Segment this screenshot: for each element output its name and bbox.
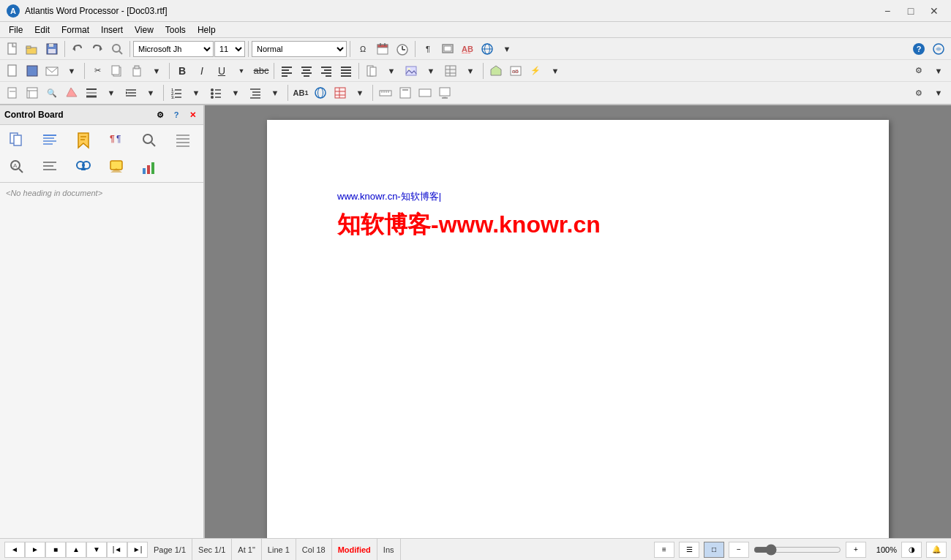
open-button[interactable] <box>23 40 42 58</box>
format-button[interactable]: abcd <box>506 62 525 80</box>
document-line-1[interactable]: www.knowr.cn-知软博客| <box>337 190 819 203</box>
menu-insert[interactable]: Insert <box>95 23 129 37</box>
edit-btn3[interactable] <box>23 84 42 102</box>
settings-icon[interactable]: ⚙ <box>154 108 167 121</box>
outline-btn[interactable] <box>246 84 265 102</box>
sidebar-binoculars-btn[interactable] <box>69 154 97 179</box>
view-normal-btn[interactable]: ≡ <box>654 542 674 558</box>
menu-edit[interactable]: Edit <box>29 23 56 37</box>
sidebar-styles-btn[interactable]: ¶¶ <box>102 128 130 153</box>
settings-btn3[interactable]: ⚙ <box>909 84 928 102</box>
nav-stop-btn[interactable]: ■ <box>45 542 66 558</box>
paste-button[interactable] <box>127 62 146 80</box>
help-button[interactable]: ? <box>909 40 928 58</box>
zoom-slider[interactable] <box>753 544 841 556</box>
list-num-dropdown[interactable]: ▼ <box>187 84 206 102</box>
sidebar-paint-btn[interactable] <box>102 154 130 179</box>
menu-format[interactable]: Format <box>56 23 95 37</box>
table-button[interactable] <box>441 62 460 80</box>
sidebar-toc-btn[interactable] <box>36 128 64 153</box>
redo-button[interactable] <box>88 40 107 58</box>
zoom-out-btn[interactable]: − <box>729 542 749 558</box>
document-page[interactable]: www.knowr.cn-知软博客| 知软博客-www.knowr.cn <box>267 120 889 538</box>
symbol-button[interactable]: Ω <box>353 40 372 58</box>
nav-up-btn[interactable]: ▲ <box>66 542 86 558</box>
list-num-btn[interactable]: 1.2.3. <box>167 84 186 102</box>
sidebar-search-btn[interactable] <box>135 128 163 153</box>
sidebar-bookmarks-btn[interactable] <box>69 128 97 153</box>
menu-file[interactable]: File <box>3 23 29 37</box>
new-btn2[interactable] <box>3 62 22 80</box>
document-area[interactable]: www.knowr.cn-知软博客| 知软博客-www.knowr.cn <box>205 105 951 538</box>
link-button[interactable] <box>311 84 330 102</box>
menu-tools[interactable]: Tools <box>159 23 192 37</box>
erase-btn[interactable] <box>62 84 81 102</box>
table-insert-button[interactable] <box>331 84 350 102</box>
copy-format-dropdown[interactable]: ▼ <box>382 62 401 80</box>
view-outline-btn[interactable]: □ <box>704 542 724 558</box>
close-sidebar-icon[interactable]: ✕ <box>186 108 199 121</box>
undo-button[interactable] <box>68 40 87 58</box>
italic-button[interactable]: I <box>192 62 211 80</box>
brightness-btn[interactable]: ◑ <box>901 542 922 558</box>
close-button[interactable]: ✕ <box>923 3 945 19</box>
calendar-button[interactable] <box>373 40 392 58</box>
new-button[interactable] <box>3 40 22 58</box>
styles-button[interactable] <box>486 62 505 80</box>
nav-last-btn[interactable]: ►| <box>127 542 148 558</box>
lightbolt-button[interactable]: ⚡ <box>526 62 545 80</box>
nav-down-btn[interactable]: ▼ <box>86 542 107 558</box>
underline-button[interactable]: U <box>212 62 231 80</box>
nav-first-btn[interactable]: |◄ <box>107 542 127 558</box>
style-select[interactable]: Normal <box>252 41 347 57</box>
align-left-button[interactable] <box>277 62 296 80</box>
indent-dropdown[interactable]: ▼ <box>141 84 160 102</box>
sidebar-chart-btn[interactable] <box>135 154 163 179</box>
sidebar-find-btn[interactable]: A <box>3 154 31 179</box>
view-page-btn[interactable]: ☰ <box>679 542 699 558</box>
menu-view[interactable]: View <box>129 23 159 37</box>
minimize-button[interactable]: − <box>876 3 898 19</box>
image-dropdown[interactable]: ▼ <box>421 62 440 80</box>
spellcheck-button[interactable]: AB~~~ <box>458 40 477 58</box>
tools-btn2[interactable]: ▼ <box>546 62 565 80</box>
online-button[interactable] <box>929 40 948 58</box>
settings-dropdown[interactable]: ▼ <box>929 62 948 80</box>
strikethrough-button[interactable]: abc <box>252 62 271 80</box>
paragraph-marks-button[interactable]: ¶ <box>418 40 437 58</box>
clock-button[interactable] <box>393 40 412 58</box>
table-dropdown[interactable]: ▼ <box>461 62 480 80</box>
notification-btn[interactable]: 🔔 <box>926 542 947 558</box>
align-right-button[interactable] <box>317 62 336 80</box>
menu-help[interactable]: Help <box>192 23 222 37</box>
fullscreen-button[interactable] <box>438 40 457 58</box>
settings-dropdown3[interactable]: ▼ <box>929 84 948 102</box>
nav-next-btn[interactable]: ► <box>25 542 45 558</box>
help-icon[interactable]: ? <box>170 108 183 121</box>
align-center-button[interactable] <box>297 62 316 80</box>
save-btn2[interactable] <box>23 62 42 80</box>
insert-image-button[interactable] <box>402 62 421 80</box>
autotext-button[interactable]: AB1 <box>291 84 310 102</box>
maximize-button[interactable]: □ <box>900 3 922 19</box>
find-button[interactable] <box>108 40 127 58</box>
underline-dropdown[interactable]: ▼ <box>232 62 251 80</box>
justify-button[interactable] <box>337 62 356 80</box>
tools-dropdown[interactable]: ▼ <box>497 40 516 58</box>
paste-dropdown[interactable]: ▼ <box>147 62 166 80</box>
lines-btn[interactable] <box>82 84 101 102</box>
settings-button[interactable]: ⚙ <box>909 62 928 80</box>
outline-dropdown[interactable]: ▼ <box>266 84 285 102</box>
zoom-in-btn[interactable]: + <box>846 542 866 558</box>
cut-button[interactable]: ✂ <box>88 62 107 80</box>
copy-format-button[interactable] <box>362 62 381 80</box>
indent-btn[interactable] <box>121 84 140 102</box>
keyboard-btn[interactable] <box>416 84 435 102</box>
ruler-button[interactable] <box>376 84 395 102</box>
save-button[interactable] <box>42 40 61 58</box>
new-btn3[interactable] <box>3 84 22 102</box>
find-btn3[interactable]: 🔍 <box>42 84 61 102</box>
nav-prev-btn[interactable]: ◄ <box>4 542 25 558</box>
lines-dropdown[interactable]: ▼ <box>102 84 121 102</box>
font-name-select[interactable]: Microsoft Jh <box>133 41 214 57</box>
